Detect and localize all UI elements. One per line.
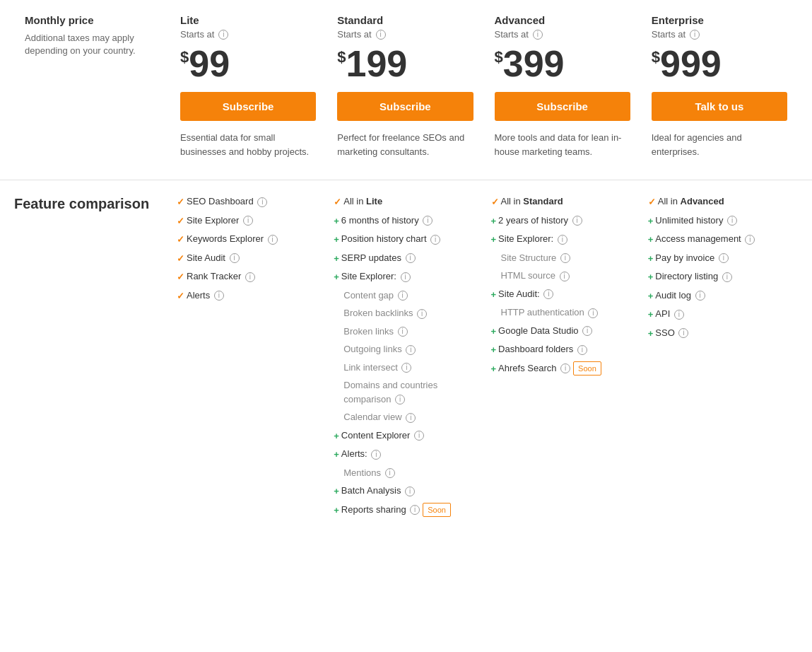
info-icon[interactable]: i [395,395,405,404]
price-number: 99 [189,45,230,82]
info-icon[interactable]: i [674,310,684,320]
info-icon[interactable]: i [430,235,440,245]
info-icon[interactable]: i [417,309,427,319]
info-icon[interactable]: i [745,235,755,245]
plan-description: Essential data for small businesses and … [180,131,316,158]
subscribe-button[interactable]: Subscribe [180,92,316,121]
plus-icon: + [648,327,654,341]
list-item: Outgoing links i [334,342,476,356]
info-icon[interactable]: i [406,413,416,423]
info-icon[interactable]: i [406,345,416,355]
feature-text-sub: HTML source i [491,269,570,283]
info-icon[interactable]: i [560,272,570,281]
check-icon: ✓ [334,195,341,209]
starts-at-info-icon[interactable]: i [690,30,700,40]
feature-text-sub: Broken backlinks i [334,306,427,320]
plus-icon: + [491,343,497,357]
plus-icon: + [648,289,654,303]
list-item: ✓ Rank Tracker i [177,269,319,284]
price-dollar: $ [652,48,660,66]
plus-icon: + [334,252,339,266]
price-number: 199 [346,45,408,82]
list-item: + Access management i [648,232,791,247]
list-item: Domains and countries comparison i [334,378,476,406]
info-icon[interactable]: i [543,289,553,299]
list-item: ✓ Alerts i [177,289,319,303]
info-icon[interactable]: i [560,363,570,373]
subscribe-button[interactable]: Subscribe [495,92,630,121]
feature-text-sub: HTTP authentication i [491,305,599,320]
feature-text-sub: Outgoing links i [334,342,416,356]
all-in-label: All in Lite [343,194,382,209]
info-icon[interactable]: i [385,468,395,478]
feature-text: Batch Analysis i [341,484,415,498]
plus-icon: + [648,214,654,228]
list-item: Calendar view i [334,410,476,424]
info-icon[interactable]: i [398,327,408,337]
feature-text-sub: Link intersect i [334,361,411,375]
info-icon[interactable]: i [406,253,416,263]
info-icon[interactable]: i [398,291,408,301]
info-icon[interactable]: i [243,216,253,226]
info-icon[interactable]: i [410,505,420,515]
list-item: Content gap i [334,289,476,303]
feature-text-sub: Domains and countries comparison i [334,378,476,406]
list-item: ✓ Site Explorer i [177,214,319,228]
starts-at-info-icon[interactable]: i [376,30,386,40]
feature-text: Alerts: i [341,447,381,461]
list-item: ✓ All in Advanced [648,194,791,209]
list-item: ✓ All in Lite [334,194,476,209]
info-icon[interactable]: i [268,235,278,245]
info-icon[interactable]: i [401,363,411,373]
info-icon[interactable]: i [371,450,381,460]
list-item: + Site Explorer: i [491,232,634,247]
list-item: ✓ Site Audit i [177,251,319,266]
info-icon[interactable]: i [577,345,587,355]
plan-name: Enterprise [652,14,787,26]
info-icon[interactable]: i [727,216,737,226]
list-item: HTTP authentication i [491,305,634,320]
info-icon[interactable]: i [230,253,240,263]
subscribe-button[interactable]: Subscribe [337,92,473,121]
info-icon[interactable]: i [722,272,732,282]
starts-at-info-icon[interactable]: i [218,30,228,40]
subscribe-button[interactable]: Talk to us [652,92,787,121]
info-icon[interactable]: i [245,272,255,282]
info-icon[interactable]: i [214,291,224,301]
soon-badge: Soon [423,503,451,518]
price-dollar: $ [495,48,503,66]
feature-text: SERP updates i [341,251,416,265]
feature-text: Audit log i [655,289,705,303]
info-icon[interactable]: i [558,235,567,245]
check-icon: ✓ [177,233,184,247]
feature-comparison-title: Feature comparison [14,194,170,213]
plan-name: Standard [337,14,473,26]
feature-text: 6 months of history i [341,214,433,228]
info-icon[interactable]: i [572,216,582,226]
feature-text: Directory listing i [655,269,731,284]
plus-icon: + [491,362,497,376]
info-icon[interactable]: i [405,487,415,496]
info-icon[interactable]: i [414,431,424,441]
starts-at-info-icon[interactable]: i [533,30,543,40]
info-icon[interactable]: i [423,216,433,226]
plan-col-standard: Standard Starts at i $ 199 Subscribe Per… [326,14,483,158]
list-item: + Site Explorer: i [334,269,476,284]
plan-col-advanced: Advanced Starts at i $ 399 Subscribe Mor… [484,14,641,158]
info-icon[interactable]: i [719,253,729,263]
list-item: Site Structure i [491,251,634,265]
list-item: + Batch Analysis i [334,484,476,499]
plus-icon: + [334,484,339,499]
info-icon[interactable]: i [588,308,598,318]
info-icon[interactable]: i [582,326,592,336]
price-dollar: $ [180,48,189,66]
plus-icon: + [334,214,339,228]
info-icon[interactable]: i [401,272,411,282]
info-icon[interactable]: i [257,197,267,207]
info-icon[interactable]: i [560,253,570,263]
feature-text: Rank Tracker i [187,269,255,284]
list-item: + Unlimited history i [648,214,791,228]
soon-badge: Soon [573,361,601,376]
info-icon[interactable]: i [678,328,688,338]
info-icon[interactable]: i [695,291,705,301]
